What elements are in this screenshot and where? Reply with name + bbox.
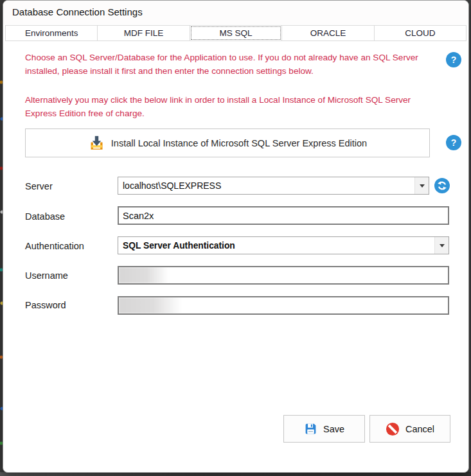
install-download-icon	[88, 134, 105, 152]
save-button[interactable]: Save	[283, 415, 365, 443]
tab-mdf-file[interactable]: MDF FILE	[98, 25, 190, 41]
server-combobox[interactable]: localhost\SQLEXPRESS	[118, 177, 429, 195]
authentication-dropdown-button[interactable]	[434, 237, 449, 254]
title-bar[interactable]: Database Connection Settings	[3, 1, 468, 24]
database-value: Scan2x	[123, 211, 154, 221]
chevron-down-icon	[440, 244, 445, 247]
install-button-label: Install Local Instance of Microsoft SQL …	[111, 138, 367, 148]
dialog-title: Database Connection Settings	[12, 6, 143, 17]
authentication-combobox[interactable]: SQL Server Authentication	[118, 236, 449, 254]
database-label: Database	[25, 211, 65, 222]
install-help-icon[interactable]: ?	[446, 135, 461, 150]
instruction-paragraph-2: Alternatively you may click the below li…	[25, 93, 441, 120]
authentication-value: SQL Server Authentication	[118, 237, 434, 254]
redacted-username	[119, 267, 169, 283]
refresh-servers-button[interactable]	[434, 178, 450, 193]
database-input[interactable]: Scan2x	[118, 206, 449, 225]
username-input[interactable]	[118, 266, 449, 285]
authentication-label: Authentication	[25, 241, 84, 251]
save-button-label: Save	[323, 424, 344, 434]
tab-bar: Environments MDF FILE MS SQL ORACLE CLOU…	[5, 25, 467, 41]
server-dropdown-button[interactable]	[414, 177, 429, 194]
redacted-password	[119, 297, 182, 313]
server-value: localhost\SQLEXPRESS	[118, 177, 414, 194]
install-sql-express-button[interactable]: Install Local Instance of Microsoft SQL …	[25, 128, 430, 157]
cancel-button[interactable]: Cancel	[369, 415, 450, 443]
tab-cloud[interactable]: CLOUD	[375, 25, 467, 41]
tab-environments[interactable]: Environments	[5, 25, 98, 41]
username-label: Username	[25, 270, 68, 281]
help-icon[interactable]: ?	[446, 52, 461, 67]
tab-oracle[interactable]: ORACLE	[282, 25, 374, 41]
password-label: Password	[25, 300, 66, 310]
refresh-icon	[434, 178, 450, 193]
cancel-prohibition-icon	[386, 422, 400, 436]
cancel-button-label: Cancel	[405, 424, 434, 434]
database-connection-settings-dialog: Database Connection Settings Environment…	[3, 0, 469, 473]
server-label: Server	[25, 181, 53, 191]
password-input[interactable]	[118, 296, 449, 315]
instruction-paragraph-1: Choose an SQL Server/Database for the Ap…	[25, 51, 441, 78]
tab-ms-sql[interactable]: MS SQL	[190, 25, 282, 41]
chevron-down-icon	[420, 184, 425, 188]
save-floppy-icon	[304, 422, 317, 436]
